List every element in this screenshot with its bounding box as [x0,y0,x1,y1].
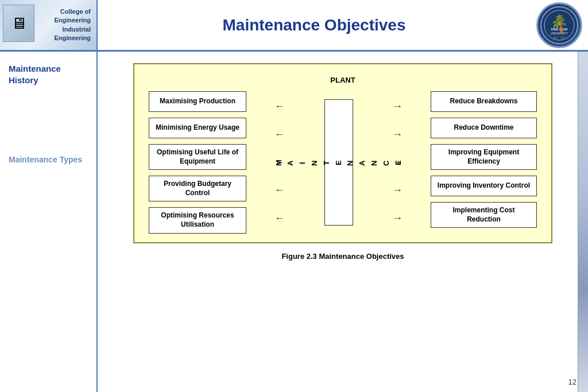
arrow-right-1: → [392,129,403,139]
svg-text:🌴: 🌴 [555,14,565,24]
logo-icon: 🖥 [3,5,34,42]
arrow-left-0: ← [274,101,285,111]
header: 🖥 College of Engineering Industrial Engi… [0,0,588,52]
arrow-left-1: ← [274,129,285,139]
header-logo-right: 🌴 KING SAUD UNIVERSITY 1957 - 1377 [531,0,588,50]
left-box-0: Maximising Production [149,91,246,112]
left-boxes-column: Maximising Production Minimising Energy … [149,91,246,234]
center-box: MAINTENANCE [319,99,359,226]
maintenance-label: MAINTENANCE [324,99,353,226]
svg-text:1957 - 1377: 1957 - 1377 [553,36,566,39]
sidebar-item-maintenance-types[interactable]: Maintenance Types [9,154,88,165]
header-logo-left: 🖥 College of Engineering Industrial Engi… [0,0,98,50]
left-box-2: Optimising Useful Life of Equipment [149,144,246,170]
header-title-area: Maintenance Objectives [98,0,531,50]
left-box-1: Minimising Energy Usage [149,118,246,138]
arrow-right-0: → [392,101,403,111]
main-panel: PLANT Maximising Production Minimising E… [98,52,588,392]
arrow-right-3: → [392,185,403,195]
right-box-4: Implementing Cost Reduction [431,202,537,228]
left-box-3: Providing Budgetary Control [149,176,246,201]
plant-label: PLANT [149,76,537,84]
arrow-left-3: ← [274,185,285,195]
page-title: Maintenance Objectives [222,16,405,34]
sidebar: Maintenance History Maintenance Types [0,52,98,392]
sidebar-item-maintenance-history[interactable]: Maintenance History [9,63,88,86]
college-name-line1: College of Engineering [41,7,91,25]
diagram-body: Maximising Production Minimising Energy … [149,91,537,234]
content-area: Maintenance History Maintenance Types PL… [0,52,588,392]
figure-caption: Figure 2.3 Maintenance Objectives [281,252,404,261]
arrow-left-4: ← [274,213,285,223]
left-box-4: Optimising Resources Utilisation [149,207,246,233]
right-boxes-column: Reduce Breakdowns Reduce Downtime Improv… [431,91,537,234]
university-seal: 🌴 KING SAUD UNIVERSITY 1957 - 1377 [536,2,582,48]
page-number: 12 [568,378,577,386]
diagram-wrapper: PLANT Maximising Production Minimising E… [133,63,552,243]
right-box-2: Improving Equipment Efficiency [431,144,537,170]
arrow-right-4: → [392,213,403,223]
right-box-0: Reduce Breakdowns [431,91,537,112]
svg-text:UNIVERSITY: UNIVERSITY [551,32,568,35]
college-name-line2: Industrial Engineering [41,25,91,43]
right-box-1: Reduce Downtime [431,118,537,138]
scrollbar[interactable] [578,52,588,392]
svg-text:KING SAUD: KING SAUD [551,28,567,31]
right-box-3: Improving Inventory Control [431,176,537,196]
